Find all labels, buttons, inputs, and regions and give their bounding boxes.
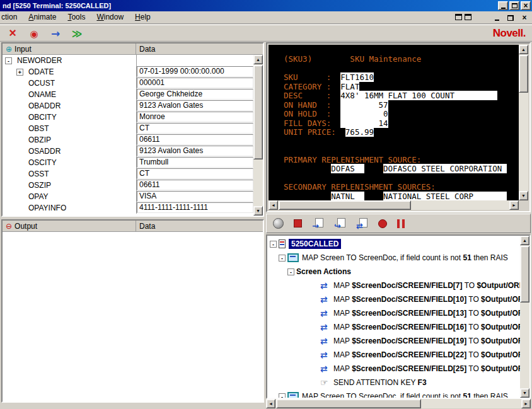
- menu-item-help[interactable]: Help: [129, 11, 156, 23]
- action-tree-row[interactable]: MAP $ScreenDoc/SCREEN/FIELD[25] TO $Outp…: [267, 362, 520, 376]
- menu-item-window[interactable]: Window: [91, 11, 129, 23]
- tree-node-label[interactable]: OSST: [28, 170, 49, 178]
- terminal-field[interactable]: DOFASCO STEEL CORPORATION: [383, 164, 507, 173]
- scroll-up-button[interactable]: [519, 45, 528, 54]
- collapse-icon[interactable]: [5, 57, 12, 64]
- terminal-vscrollbar[interactable]: [519, 45, 528, 200]
- close-button[interactable]: [521, 1, 531, 10]
- scrollbar-thumb[interactable]: [520, 246, 529, 302]
- data-cell[interactable]: 9123 Avalon Gates: [137, 146, 253, 156]
- action-tree-row[interactable]: MAP $ScreenDoc/SCREEN/FIELD[19] TO $Outp…: [267, 334, 520, 348]
- input-scrollbar[interactable]: [253, 55, 263, 216]
- data-cell[interactable]: Monroe: [137, 112, 253, 122]
- action-tree-row[interactable]: MAP $ScreenDoc/SCREEN/FIELD[10] TO $Outp…: [267, 292, 520, 306]
- window-icon[interactable]: [455, 14, 462, 20]
- expand-icon[interactable]: [16, 69, 23, 76]
- scrollbar-thumb[interactable]: [253, 65, 263, 159]
- scrollbar-thumb[interactable]: [279, 200, 411, 210]
- maximize-button[interactable]: [509, 1, 519, 10]
- toolbar-run-icon[interactable]: [48, 26, 63, 40]
- stop-icon[interactable]: [294, 219, 302, 228]
- data-cell[interactable]: VISA: [137, 191, 253, 202]
- mdi-restore-button[interactable]: [506, 13, 516, 22]
- mdi-minimize-button[interactable]: [492, 13, 502, 22]
- data-cell[interactable]: Trumbull: [137, 157, 253, 168]
- scroll-down-button[interactable]: [253, 206, 263, 216]
- terminal-field[interactable]: FLT1610: [340, 72, 374, 82]
- tree-node-label[interactable]: OBST: [28, 124, 49, 133]
- scrollbar-thumb[interactable]: [519, 55, 528, 93]
- scrollbar-thumb[interactable]: [276, 399, 421, 408]
- data-cell[interactable]: 06611: [137, 180, 253, 190]
- action-tree-row[interactable]: MAP $ScreenDoc/SCREEN/FIELD[16] TO $Outp…: [267, 320, 520, 334]
- menu-item-animate[interactable]: Animate: [23, 11, 62, 23]
- toolbar-record-icon[interactable]: [26, 26, 42, 40]
- scroll-down-button[interactable]: [519, 191, 528, 200]
- title-bar[interactable]: nd [5250 Terminal: 5250CALLED]: [0, 0, 532, 11]
- scroll-up-button[interactable]: [520, 236, 529, 245]
- terminal-field[interactable]: DOFAS: [331, 164, 364, 173]
- tree-node-label[interactable]: OCUST: [28, 79, 55, 88]
- tree-node-label[interactable]: OBADDR: [28, 101, 61, 110]
- terminal-field[interactable]: NATIONAL STEEL CORP: [383, 192, 507, 201]
- minus-expand-icon[interactable]: [279, 255, 286, 262]
- terminal-hscrollbar[interactable]: [269, 200, 519, 210]
- terminal-field[interactable]: 765.99: [345, 127, 374, 137]
- toolbar-animate-icon[interactable]: [69, 27, 84, 41]
- tree-node-label[interactable]: OBZIP: [28, 135, 51, 144]
- toolbar-close-icon[interactable]: [5, 26, 20, 40]
- step-return-icon[interactable]: [356, 218, 368, 229]
- scroll-left-button[interactable]: [266, 399, 275, 408]
- action-tree-row[interactable]: MAP $ScreenDoc/SCREEN/FIELD[13] TO $Outp…: [267, 306, 520, 320]
- bottom-hscrollbar[interactable]: [266, 399, 531, 408]
- terminal-field[interactable]: 57: [340, 100, 388, 110]
- tree-node-label[interactable]: OPAY: [28, 192, 49, 201]
- action-tree-row[interactable]: MAP $ScreenDoc/SCREEN/FIELD[22] TO $Outp…: [267, 348, 520, 362]
- globe-icon[interactable]: [273, 218, 284, 229]
- tree-node-label[interactable]: OPAYINFO: [28, 204, 66, 212]
- terminal-field[interactable]: NATNL: [331, 192, 364, 201]
- tree-node-label[interactable]: ODATE: [28, 67, 54, 76]
- data-cell[interactable]: 06611: [137, 134, 253, 145]
- scroll-left-button[interactable]: [269, 200, 278, 210]
- step-into-icon[interactable]: [312, 218, 324, 229]
- scroll-down-button[interactable]: [520, 388, 529, 398]
- data-cell[interactable]: 000001: [137, 78, 253, 88]
- terminal-field[interactable]: 14: [340, 118, 388, 128]
- action-tree-row[interactable]: MAP Screen TO ScreenDoc, if field count …: [267, 389, 520, 398]
- tree-node-label[interactable]: OBCITY: [28, 113, 57, 122]
- step-over-icon[interactable]: [334, 218, 346, 229]
- tree-node-label[interactable]: OSADDR: [28, 147, 61, 156]
- data-cell[interactable]: George Chkheidze: [137, 89, 253, 100]
- action-tree-row[interactable]: MAP $ScreenDoc/SCREEN/FIELD[7] TO $Outpu…: [267, 279, 520, 292]
- terminal-field[interactable]: FLAT: [340, 82, 359, 91]
- scroll-right-button[interactable]: [509, 200, 519, 210]
- tree-node-label[interactable]: OSZIP: [28, 181, 51, 190]
- action-tree-row[interactable]: Screen Actions: [267, 265, 520, 279]
- scroll-right-button[interactable]: [521, 399, 531, 408]
- scroll-up-button[interactable]: [253, 55, 263, 64]
- data-cell[interactable]: 07-01-1999 00:00:00.000: [137, 66, 253, 77]
- pause-icon[interactable]: [397, 219, 405, 228]
- tree-node-label[interactable]: ONAME: [28, 90, 56, 99]
- minus-expand-icon[interactable]: [287, 268, 294, 275]
- data-cell[interactable]: 9123 Avalon Gates: [137, 100, 253, 111]
- data-cell[interactable]: CT: [137, 168, 253, 179]
- mdi-close-button[interactable]: [519, 13, 529, 22]
- window-icon[interactable]: [465, 14, 471, 20]
- terminal-screen[interactable]: (SKU3) SKU Maintenance SKU : FLT1610CATE…: [269, 45, 519, 200]
- input-tree-root-row[interactable]: NEWORDER: [3, 55, 253, 66]
- minus-expand-icon[interactable]: [270, 241, 277, 248]
- terminal-field[interactable]: 0: [340, 109, 388, 118]
- minimize-button[interactable]: [498, 1, 508, 10]
- record-icon[interactable]: [378, 219, 387, 228]
- action-scrollbar[interactable]: [520, 236, 529, 398]
- terminal-field[interactable]: 4X8' 16MM FLAT 100 COUNT: [340, 91, 497, 100]
- action-tree-row[interactable]: 5250CALLED: [267, 237, 520, 251]
- minus-expand-icon[interactable]: [279, 393, 286, 398]
- tree-node-label[interactable]: OSCITY: [28, 158, 57, 167]
- action-tree-row[interactable]: MAP Screen TO ScreenDoc, if field count …: [267, 251, 520, 265]
- action-tree-row[interactable]: SEND ATTENTION KEY F3: [267, 376, 520, 389]
- data-cell[interactable]: CT: [137, 123, 253, 134]
- data-cell[interactable]: 4111-1111-1111-1111: [137, 202, 253, 213]
